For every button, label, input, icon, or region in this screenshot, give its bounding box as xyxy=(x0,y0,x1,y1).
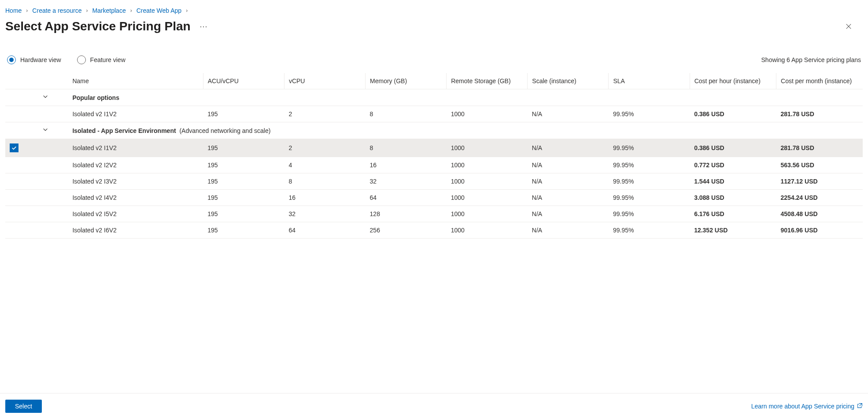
cell-cost-hr: 6.176 USD xyxy=(690,206,776,222)
cell-acu: 195 xyxy=(203,222,284,239)
col-acu[interactable]: ACU/vCPU xyxy=(203,73,284,89)
hardware-view-radio[interactable]: Hardware view xyxy=(7,55,61,64)
cell-remote: 1000 xyxy=(447,106,528,122)
table-row[interactable]: Isolated v2 I2V21954161000N/A99.95%0.772… xyxy=(5,157,863,173)
cell-cost-mo: 281.78 USD xyxy=(776,106,863,122)
cell-memory: 8 xyxy=(366,106,447,122)
cell-cost-mo: 1127.12 USD xyxy=(776,173,863,190)
col-name[interactable]: Name xyxy=(68,73,203,89)
cell-vcpu: 16 xyxy=(284,190,365,206)
feature-view-radio[interactable]: Feature view xyxy=(77,55,126,64)
radio-icon xyxy=(77,55,86,64)
chevron-right-icon: › xyxy=(86,7,88,14)
table-row[interactable]: Isolated v2 I1V2195281000N/A99.95%0.386 … xyxy=(5,106,863,122)
cell-sla: 99.95% xyxy=(609,206,690,222)
cell-name: Isolated v2 I1V2 xyxy=(68,139,203,157)
chevron-right-icon: › xyxy=(130,7,132,14)
cell-scale: N/A xyxy=(528,206,609,222)
cell-name: Isolated v2 I6V2 xyxy=(68,222,203,239)
cell-acu: 195 xyxy=(203,157,284,173)
cell-scale: N/A xyxy=(528,157,609,173)
table-row[interactable]: Isolated v2 I5V2195321281000N/A99.95%6.1… xyxy=(5,206,863,222)
cell-memory: 256 xyxy=(366,222,447,239)
chevron-down-icon[interactable] xyxy=(42,127,48,133)
checkbox-icon[interactable] xyxy=(10,143,18,152)
select-button[interactable]: Select xyxy=(5,400,42,413)
radio-label: Hardware view xyxy=(20,56,61,63)
cell-sla: 99.95% xyxy=(609,106,690,122)
cell-memory: 64 xyxy=(366,190,447,206)
cell-vcpu: 2 xyxy=(284,106,365,122)
breadcrumb-link[interactable]: Marketplace xyxy=(92,7,126,14)
cell-sla: 99.95% xyxy=(609,157,690,173)
plan-count-text: Showing 6 App Service pricing plans xyxy=(761,56,861,63)
cell-acu: 195 xyxy=(203,106,284,122)
table-row[interactable]: Isolated v2 I3V21958321000N/A99.95%1.544… xyxy=(5,173,863,190)
more-icon[interactable]: ⋯ xyxy=(198,20,209,33)
cell-acu: 195 xyxy=(203,173,284,190)
cell-name: Isolated v2 I1V2 xyxy=(68,106,203,122)
cell-memory: 16 xyxy=(366,157,447,173)
radio-icon xyxy=(7,55,16,64)
cell-vcpu: 64 xyxy=(284,222,365,239)
table-row[interactable]: Isolated v2 I1V2195281000N/A99.95%0.386 … xyxy=(5,139,863,157)
cell-sla: 99.95% xyxy=(609,190,690,206)
cell-name: Isolated v2 I5V2 xyxy=(68,206,203,222)
cell-memory: 8 xyxy=(366,139,447,157)
cell-cost-mo: 9016.96 USD xyxy=(776,222,863,239)
table-row[interactable]: Isolated v2 I6V2195642561000N/A99.95%12.… xyxy=(5,222,863,239)
col-memory[interactable]: Memory (GB) xyxy=(366,73,447,89)
cell-cost-hr: 0.772 USD xyxy=(690,157,776,173)
cell-name: Isolated v2 I3V2 xyxy=(68,173,203,190)
page-title: Select App Service Pricing Plan xyxy=(5,19,191,33)
col-scale[interactable]: Scale (instance) xyxy=(528,73,609,89)
cell-acu: 195 xyxy=(203,190,284,206)
breadcrumb: Home › Create a resource › Marketplace ›… xyxy=(5,5,863,19)
group-header[interactable]: Popular options xyxy=(5,89,863,106)
cell-vcpu: 8 xyxy=(284,173,365,190)
col-cost-hr[interactable]: Cost per hour (instance) xyxy=(690,73,776,89)
cell-cost-mo: 281.78 USD xyxy=(776,139,863,157)
cell-scale: N/A xyxy=(528,106,609,122)
breadcrumb-link[interactable]: Home xyxy=(5,7,22,14)
cell-name: Isolated v2 I2V2 xyxy=(68,157,203,173)
breadcrumb-link[interactable]: Create Web App xyxy=(137,7,181,14)
cell-vcpu: 2 xyxy=(284,139,365,157)
cell-cost-mo: 563.56 USD xyxy=(776,157,863,173)
group-subtitle: (Advanced networking and scale) xyxy=(179,127,270,134)
cell-remote: 1000 xyxy=(447,206,528,222)
cell-vcpu: 32 xyxy=(284,206,365,222)
col-remote[interactable]: Remote Storage (GB) xyxy=(447,73,528,89)
cell-remote: 1000 xyxy=(447,173,528,190)
cell-cost-mo: 4508.48 USD xyxy=(776,206,863,222)
chevron-down-icon[interactable] xyxy=(42,94,48,100)
table-row[interactable]: Isolated v2 I4V219516641000N/A99.95%3.08… xyxy=(5,190,863,206)
cell-memory: 32 xyxy=(366,173,447,190)
learn-more-link[interactable]: Learn more about App Service pricing xyxy=(751,403,863,410)
cell-acu: 195 xyxy=(203,139,284,157)
group-header[interactable]: Isolated - App Service Environment (Adva… xyxy=(5,122,863,139)
col-vcpu[interactable]: vCPU xyxy=(284,73,365,89)
cell-cost-hr: 12.352 USD xyxy=(690,222,776,239)
cell-acu: 195 xyxy=(203,206,284,222)
cell-cost-hr: 3.088 USD xyxy=(690,190,776,206)
cell-sla: 99.95% xyxy=(609,173,690,190)
cell-cost-mo: 2254.24 USD xyxy=(776,190,863,206)
cell-remote: 1000 xyxy=(447,157,528,173)
footer: Select Learn more about App Service pric… xyxy=(0,393,868,419)
cell-cost-hr: 0.386 USD xyxy=(690,106,776,122)
breadcrumb-link[interactable]: Create a resource xyxy=(32,7,81,14)
chevron-right-icon: › xyxy=(26,7,28,14)
external-link-icon xyxy=(857,403,863,410)
col-cost-mo[interactable]: Cost per month (instance) xyxy=(776,73,863,89)
cell-remote: 1000 xyxy=(447,139,528,157)
pricing-table: Name ACU/vCPU vCPU Memory (GB) Remote St… xyxy=(5,73,863,239)
col-sla[interactable]: SLA xyxy=(609,73,690,89)
close-icon[interactable] xyxy=(842,19,856,33)
chevron-right-icon: › xyxy=(186,7,188,14)
cell-cost-hr: 1.544 USD xyxy=(690,173,776,190)
cell-remote: 1000 xyxy=(447,222,528,239)
cell-memory: 128 xyxy=(366,206,447,222)
cell-scale: N/A xyxy=(528,173,609,190)
learn-more-label: Learn more about App Service pricing xyxy=(751,403,854,410)
